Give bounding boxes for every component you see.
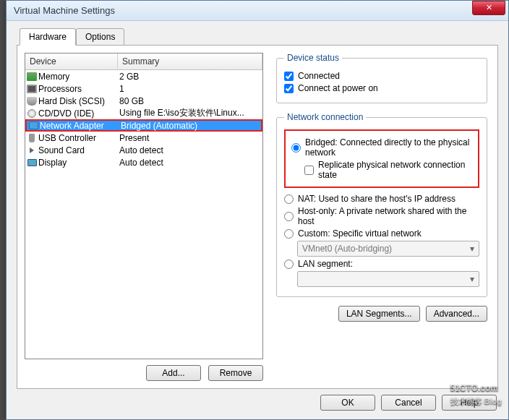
cd-icon <box>25 109 38 118</box>
device-status-group: Device status Connected Connect at power… <box>276 53 487 103</box>
hostonly-row[interactable]: Host-only: A private network shared with… <box>284 206 479 226</box>
device-row-cd-dvd-ide-[interactable]: CD/DVD (IDE)Using file E:\iso安装软件\Linux.… <box>25 107 262 119</box>
advanced-button[interactable]: Advanced... <box>426 306 487 322</box>
help-button[interactable]: Help <box>442 395 497 411</box>
network-buttons: LAN Segments... Advanced... <box>276 306 487 322</box>
add-button[interactable]: Add... <box>146 365 201 381</box>
device-row-sound-card[interactable]: Sound CardAuto detect <box>25 144 262 156</box>
device-summary: Present <box>118 133 262 143</box>
device-name: Processors <box>38 84 118 94</box>
connect-poweron-row[interactable]: Connect at power on <box>284 83 479 93</box>
bridged-radio[interactable] <box>291 143 301 153</box>
custom-row[interactable]: Custom: Specific virtual network <box>284 228 479 239</box>
window-body: Hardware Options Device Summary Memory2 … <box>7 21 508 419</box>
device-row-network-adapter[interactable]: Network AdapterBridged (Automatic) <box>25 119 262 132</box>
close-button[interactable]: ✕ <box>472 1 505 15</box>
device-name: Display <box>38 158 118 168</box>
device-list[interactable]: Device Summary Memory2 GBProcessors1Hard… <box>25 53 263 359</box>
custom-vmnet-combo[interactable]: VMnet0 (Auto-bridging) <box>297 241 479 257</box>
device-summary: 80 GB <box>118 96 262 106</box>
detail-panel: Device status Connected Connect at power… <box>273 53 490 381</box>
replicate-row[interactable]: Replicate physical network connection st… <box>304 160 472 180</box>
device-summary: Auto detect <box>118 145 262 155</box>
bridged-highlight: Bridged: Connected directly to the physi… <box>284 129 479 188</box>
window-title: Virtual Machine Settings <box>14 5 472 16</box>
connect-poweron-checkbox[interactable] <box>284 84 294 93</box>
network-connection-group: Network connection Bridged: Connected di… <box>276 112 487 297</box>
device-list-header: Device Summary <box>25 53 262 70</box>
device-name: Memory <box>38 72 118 82</box>
device-name: Network Adapter <box>40 121 119 131</box>
usb-icon <box>25 134 38 142</box>
lansegment-combo[interactable] <box>297 271 479 287</box>
network-icon <box>27 121 40 129</box>
sound-icon <box>25 147 38 153</box>
display-icon <box>25 159 38 166</box>
replicate-checkbox[interactable] <box>304 166 314 175</box>
replicate-label: Replicate physical network connection st… <box>318 160 472 180</box>
device-name: Sound Card <box>38 145 118 155</box>
device-summary: 1 <box>118 84 262 94</box>
device-name: CD/DVD (IDE) <box>38 108 118 119</box>
lansegment-combo-row <box>297 271 479 287</box>
tab-options[interactable]: Options <box>76 28 124 46</box>
bridged-label: Bridged: Connected directly to the physi… <box>305 137 472 158</box>
device-row-processors[interactable]: Processors1 <box>25 82 262 95</box>
device-summary: Bridged (Automatic) <box>119 121 261 131</box>
connected-row[interactable]: Connected <box>284 71 479 81</box>
device-row-hard-disk-scsi-[interactable]: Hard Disk (SCSI)80 GB <box>25 95 262 107</box>
network-connection-legend: Network connection <box>284 112 366 122</box>
device-summary: Auto detect <box>118 158 262 168</box>
connected-label: Connected <box>298 71 340 81</box>
tabs: Hardware Options <box>20 28 498 46</box>
custom-radio[interactable] <box>284 229 294 239</box>
dialog-footer: OK Cancel Help <box>17 389 498 411</box>
device-buttons: Add... Remove <box>25 365 263 381</box>
custom-combo-row: VMnet0 (Auto-bridging) <box>297 241 479 257</box>
device-status-legend: Device status <box>284 53 342 63</box>
lansegment-radio[interactable] <box>284 260 294 269</box>
lansegment-row[interactable]: LAN segment: <box>284 259 479 269</box>
connected-checkbox[interactable] <box>284 72 294 81</box>
nat-row[interactable]: NAT: Used to share the host's IP address <box>284 194 479 204</box>
lan-segments-button[interactable]: LAN Segments... <box>338 306 420 322</box>
titlebar[interactable]: Virtual Machine Settings ✕ <box>7 1 508 21</box>
hostonly-label: Host-only: A private network shared with… <box>298 206 479 226</box>
device-row-display[interactable]: DisplayAuto detect <box>25 156 262 168</box>
cancel-button[interactable]: Cancel <box>381 395 436 411</box>
nat-radio[interactable] <box>284 194 294 204</box>
device-name: USB Controller <box>38 133 118 143</box>
device-panel: Device Summary Memory2 GBProcessors1Hard… <box>25 53 263 381</box>
bridged-row[interactable]: Bridged: Connected directly to the physi… <box>291 137 472 158</box>
lansegment-label: LAN segment: <box>298 259 353 269</box>
settings-window: Virtual Machine Settings ✕ Hardware Opti… <box>6 0 509 420</box>
ok-button[interactable]: OK <box>320 395 375 411</box>
hardware-pane: Device Summary Memory2 GBProcessors1Hard… <box>17 45 498 389</box>
device-summary: Using file E:\iso安装软件\Linux... <box>118 107 262 119</box>
nat-label: NAT: Used to share the host's IP address <box>298 194 455 204</box>
tab-hardware[interactable]: Hardware <box>20 28 76 46</box>
device-row-memory[interactable]: Memory2 GB <box>25 70 262 82</box>
device-row-usb-controller[interactable]: USB ControllerPresent <box>25 132 262 144</box>
cpu-icon <box>25 85 38 93</box>
device-summary: 2 GB <box>118 72 262 82</box>
hostonly-radio[interactable] <box>284 212 294 221</box>
memory-icon <box>25 72 38 81</box>
connect-poweron-label: Connect at power on <box>298 83 378 93</box>
device-rows: Memory2 GBProcessors1Hard Disk (SCSI)80 … <box>25 70 262 168</box>
column-device[interactable]: Device <box>25 53 118 69</box>
device-name: Hard Disk (SCSI) <box>38 96 118 106</box>
remove-button[interactable]: Remove <box>208 365 263 381</box>
hdd-icon <box>25 97 38 106</box>
column-summary[interactable]: Summary <box>118 53 262 69</box>
custom-label: Custom: Specific virtual network <box>298 228 422 239</box>
